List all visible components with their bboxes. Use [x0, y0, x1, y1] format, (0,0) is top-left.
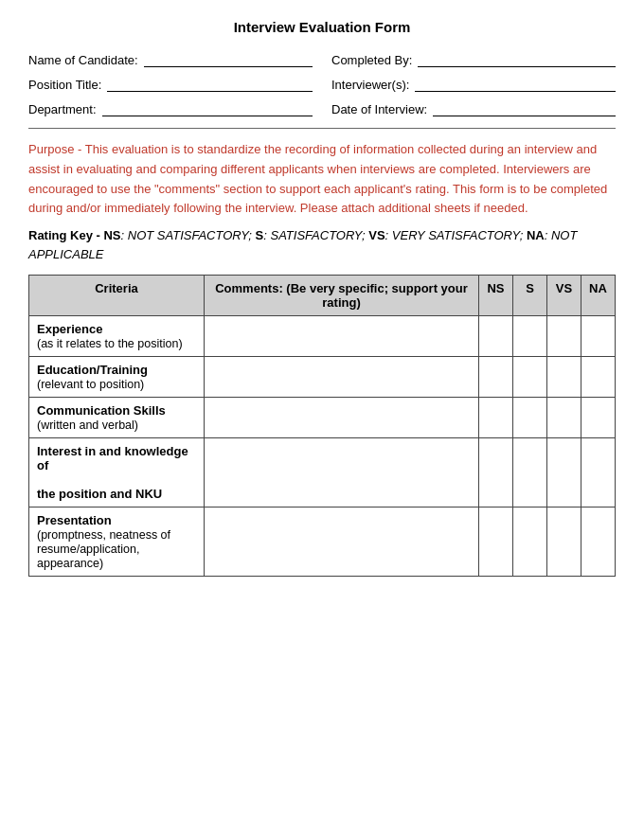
criteria-sub-0: (as it relates to the position): [37, 337, 183, 350]
interviewer-line: [415, 77, 616, 92]
date-field-row: Date of Interview:: [331, 101, 616, 116]
s-abbr: S: [256, 228, 264, 242]
s-cell-4[interactable]: [513, 508, 547, 577]
na-cell-0[interactable]: [581, 316, 616, 357]
comments-cell-3: [205, 438, 479, 508]
vs-cell-0[interactable]: [547, 316, 581, 357]
criteria-cell-1: Education/Training(relevant to position): [29, 357, 205, 398]
na-cell-2[interactable]: [581, 398, 616, 438]
criteria-cell-0: Experience(as it relates to the position…: [29, 316, 205, 357]
date-line: [433, 101, 616, 116]
evaluation-table: Criteria Comments: (Be very specific; su…: [28, 275, 616, 577]
completed-by-label: Completed By:: [331, 53, 412, 67]
s-cell-2[interactable]: [513, 398, 547, 438]
criteria-main-1: Education/Training: [37, 363, 148, 377]
divider: [28, 128, 616, 129]
ns-cell-1[interactable]: [479, 357, 513, 398]
th-comments: Comments: (Be very specific; support you…: [205, 276, 479, 316]
table-row: Education/Training(relevant to position): [29, 357, 616, 398]
ns-cell-4[interactable]: [479, 508, 513, 577]
criteria-main-3: Interest in and knowledge of: [37, 444, 188, 472]
candidate-field-row: Name of Candidate:: [28, 52, 313, 67]
table-row: Experience(as it relates to the position…: [29, 316, 616, 357]
purpose-text: Purpose - This evaluation is to standard…: [28, 140, 616, 219]
department-label: Department:: [28, 102, 97, 116]
department-line: [102, 101, 313, 116]
ns-cell-0[interactable]: [479, 316, 513, 357]
header-fields: Name of Candidate: Position Title: Depar…: [28, 52, 616, 116]
criteria-cell-3: Interest in and knowledge ofthe position…: [29, 438, 205, 508]
th-s: S: [513, 276, 547, 316]
interviewer-field-row: Interviewer(s):: [331, 77, 616, 92]
rating-key-label: Rating Key -: [28, 228, 103, 242]
candidate-line: [144, 52, 313, 67]
vs-cell-2[interactable]: [547, 398, 581, 438]
vs-cell-3[interactable]: [547, 438, 581, 508]
th-vs: VS: [547, 276, 581, 316]
criteria-sub-4: (promptness, neatness of resume/applicat…: [37, 528, 170, 570]
header-right-col: Completed By: Interviewer(s): Date of In…: [331, 52, 616, 116]
position-field-row: Position Title:: [28, 77, 313, 92]
comments-cell-2: [205, 398, 479, 438]
ns-cell-3[interactable]: [479, 438, 513, 508]
vs-cell-4[interactable]: [547, 508, 581, 577]
na-cell-1[interactable]: [581, 357, 616, 398]
comments-cell-4: [205, 508, 479, 577]
ns-cell-2[interactable]: [479, 398, 513, 438]
department-field-row: Department:: [28, 101, 313, 116]
page-title: Interview Evaluation Form: [28, 19, 616, 35]
date-label: Date of Interview:: [331, 102, 427, 116]
table-row: Presentation(promptness, neatness of res…: [29, 508, 616, 577]
candidate-label: Name of Candidate:: [28, 53, 138, 67]
vs-abbr: VS: [368, 228, 385, 242]
table-row: Communication Skills(written and verbal): [29, 398, 616, 438]
na-cell-4[interactable]: [581, 508, 616, 577]
ns-abbr: NS: [103, 228, 120, 242]
s-cell-3[interactable]: [513, 438, 547, 508]
criteria-main-3: the position and NKU: [37, 487, 162, 501]
th-criteria: Criteria: [29, 276, 205, 316]
position-line: [107, 77, 313, 92]
s-cell-0[interactable]: [513, 316, 547, 357]
th-ns: NS: [479, 276, 513, 316]
comments-cell-1: [205, 357, 479, 398]
completed-by-line: [418, 52, 616, 67]
header-left-col: Name of Candidate: Position Title: Depar…: [28, 52, 313, 116]
criteria-cell-4: Presentation(promptness, neatness of res…: [29, 508, 205, 577]
criteria-sub-1: (relevant to position): [37, 378, 144, 391]
criteria-main-2: Communication Skills: [37, 403, 166, 418]
na-cell-3[interactable]: [581, 438, 616, 508]
rating-key: Rating Key - NS: NOT SATISFACTORY; S: SA…: [28, 226, 616, 263]
criteria-main-0: Experience: [37, 322, 102, 336]
interviewer-label: Interviewer(s):: [331, 78, 409, 92]
th-na: NA: [581, 276, 616, 316]
na-abbr: NA: [527, 228, 545, 242]
criteria-cell-2: Communication Skills(written and verbal): [29, 398, 205, 438]
s-cell-1[interactable]: [513, 357, 547, 398]
vs-cell-1[interactable]: [547, 357, 581, 398]
table-row: Interest in and knowledge ofthe position…: [29, 438, 616, 508]
criteria-main-4: Presentation: [37, 513, 112, 527]
criteria-sub-2: (written and verbal): [37, 418, 138, 432]
comments-cell-0: [205, 316, 479, 357]
completed-by-field-row: Completed By:: [331, 52, 616, 67]
position-label: Position Title:: [28, 78, 101, 92]
